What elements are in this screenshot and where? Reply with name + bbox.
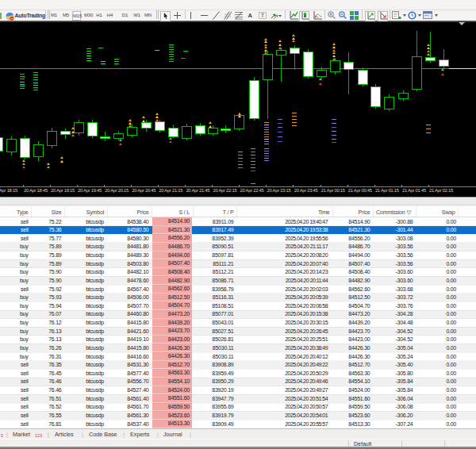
svg-text:T: T <box>261 13 265 18</box>
